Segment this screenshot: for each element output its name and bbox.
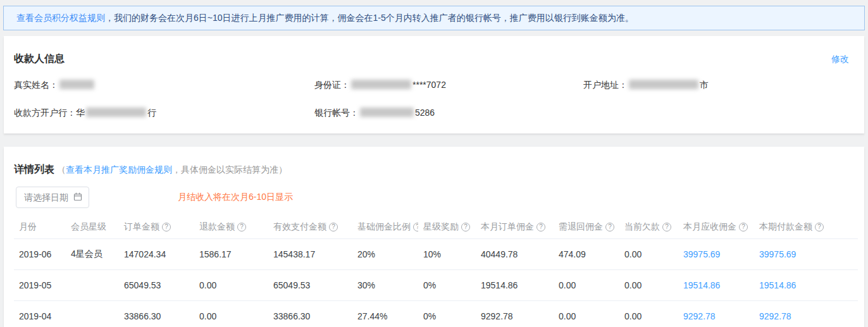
col-commission-to-return: 需退回佣金? bbox=[554, 216, 619, 238]
cell-star-reward: 10% bbox=[418, 238, 476, 269]
col-base-commission-rate: 基础佣金比例? bbox=[352, 216, 418, 238]
help-icon[interactable]: ? bbox=[413, 223, 418, 231]
field-payee-bank: 收款方开户行：华行 bbox=[14, 108, 314, 119]
note-rest: ，具体佣金以实际结算为准） bbox=[172, 164, 287, 175]
calendar-icon bbox=[73, 192, 82, 203]
col-current-debt: 当前欠款? bbox=[619, 216, 678, 238]
redacted-value bbox=[86, 108, 146, 117]
cell-star-reward: 0% bbox=[418, 269, 476, 300]
table-header-row: 月份 会员星级 订单金额? 退款金额? 有效支付金额? 基础佣金比例? 星级奖励… bbox=[14, 216, 858, 238]
cell-payment-amount[interactable]: 39975.69 bbox=[754, 238, 858, 269]
redacted-value bbox=[360, 108, 414, 117]
col-receivable-commission: 本月应收佣金? bbox=[678, 216, 754, 238]
payee-info-card: 收款人信息 修改 真实姓名： 身份证：****7072 开户地址：市 收款方开户… bbox=[4, 36, 864, 133]
cell-receivable-commission[interactable]: 39975.69 bbox=[678, 238, 754, 269]
cell-current-debt: 0.00 bbox=[619, 269, 678, 300]
cell-payment-amount[interactable]: 9292.78 bbox=[754, 300, 858, 327]
table-row: 2019-05 65049.53 0.00 65049.53 30% 0% 19… bbox=[14, 269, 858, 300]
field-value: 行 bbox=[147, 108, 156, 118]
cell-return-commission: 0.00 bbox=[554, 269, 619, 300]
cell-star-reward: 0% bbox=[418, 300, 476, 327]
cell-member-star bbox=[66, 269, 119, 300]
cell-base-rate: 20% bbox=[352, 238, 418, 269]
field-label: 开户地址： bbox=[583, 80, 628, 90]
note-paren: （ bbox=[57, 164, 66, 175]
help-icon[interactable]: ? bbox=[237, 223, 246, 231]
date-input[interactable] bbox=[24, 192, 72, 202]
col-month: 月份 bbox=[14, 216, 66, 238]
help-icon[interactable]: ? bbox=[605, 223, 614, 231]
cell-current-debt: 0.00 bbox=[619, 300, 678, 327]
cell-base-rate: 27.44% bbox=[352, 300, 418, 327]
help-icon[interactable]: ? bbox=[536, 223, 545, 231]
col-refund-amount: 退款金额? bbox=[194, 216, 268, 238]
help-icon[interactable]: ? bbox=[329, 223, 338, 231]
cell-order-amount: 65049.53 bbox=[119, 269, 194, 300]
details-card-title: 详情列表 bbox=[14, 163, 54, 176]
commission-table: 月份 会员星级 订单金额? 退款金额? 有效支付金额? 基础佣金比例? 星级奖励… bbox=[14, 216, 858, 327]
cell-valid-payment: 65049.53 bbox=[268, 269, 352, 300]
field-value: ****7072 bbox=[412, 80, 446, 90]
top-notice-banner: 查看会员积分权益规则，我们的财务会在次月6日~10日进行上月推广费用的计算，佣金… bbox=[3, 6, 865, 30]
cell-order-amount: 33866.30 bbox=[119, 300, 194, 327]
cell-month: 2019-04 bbox=[14, 300, 66, 327]
field-label: 收款方开户行： bbox=[14, 108, 76, 118]
cell-receivable-commission[interactable]: 19514.86 bbox=[678, 269, 754, 300]
cell-order-commission: 40449.78 bbox=[476, 238, 554, 269]
cell-current-debt: 0.00 bbox=[619, 238, 678, 269]
col-payment-amount: 本期付款金额? bbox=[754, 216, 858, 238]
cell-valid-payment: 33866.30 bbox=[268, 300, 352, 327]
table-row: 2019-06 4星会员 147024.34 1586.17 145438.17… bbox=[14, 238, 858, 269]
commission-rules-link[interactable]: 查看本月推广奖励佣金规则 bbox=[66, 164, 172, 175]
col-valid-payment: 有效支付金额? bbox=[268, 216, 352, 238]
cell-order-commission: 9292.78 bbox=[476, 300, 554, 327]
cell-member-star bbox=[66, 300, 119, 327]
redacted-value bbox=[59, 80, 94, 89]
col-star-reward: 星级奖励? bbox=[418, 216, 476, 238]
field-value: 市 bbox=[700, 80, 709, 90]
field-id-card: 身份证：****7072 bbox=[314, 80, 583, 91]
field-bank-address: 开户地址：市 bbox=[583, 80, 858, 91]
field-real-name: 真实姓名： bbox=[14, 80, 314, 91]
help-icon[interactable]: ? bbox=[815, 223, 824, 231]
details-list-card: 详情列表 （查看本月推广奖励佣金规则，具体佣金以实际结算为准） 月结收入将在次月… bbox=[4, 147, 864, 327]
help-icon[interactable]: ? bbox=[461, 223, 470, 231]
field-label: 银行帐号： bbox=[314, 108, 359, 118]
date-picker[interactable] bbox=[16, 187, 89, 208]
field-value: 5286 bbox=[415, 108, 435, 118]
cell-return-commission: 0.00 bbox=[554, 300, 619, 327]
edit-payee-button[interactable]: 修改 bbox=[831, 54, 849, 65]
cell-valid-payment: 145438.17 bbox=[268, 238, 352, 269]
col-order-amount: 订单金额? bbox=[119, 216, 194, 238]
field-value: 华 bbox=[76, 108, 85, 118]
cell-base-rate: 30% bbox=[352, 269, 418, 300]
member-points-rules-link[interactable]: 查看会员积分权益规则 bbox=[16, 13, 105, 24]
banner-text: ，我们的财务会在次月6日~10日进行上月推广费用的计算，佣金会在1-5个月内转入… bbox=[105, 13, 634, 24]
field-label: 真实姓名： bbox=[14, 80, 58, 90]
redacted-value bbox=[629, 80, 698, 89]
cell-month: 2019-05 bbox=[14, 269, 66, 300]
field-label: 身份证： bbox=[314, 80, 350, 90]
cell-refund-amount: 1586.17 bbox=[194, 238, 268, 269]
cell-payment-amount[interactable]: 19514.86 bbox=[754, 269, 858, 300]
help-icon[interactable]: ? bbox=[739, 223, 748, 231]
redacted-value bbox=[351, 80, 411, 89]
help-icon[interactable]: ? bbox=[662, 223, 671, 231]
help-icon[interactable]: ? bbox=[162, 223, 171, 231]
cell-return-commission: 474.09 bbox=[554, 238, 619, 269]
table-row: 2019-04 33866.30 0.00 33866.30 27.44% 0%… bbox=[14, 300, 858, 327]
cell-order-commission: 19514.86 bbox=[476, 269, 554, 300]
payee-card-title: 收款人信息 bbox=[14, 52, 65, 66]
field-bank-account: 银行帐号：5286 bbox=[314, 108, 583, 119]
details-note: （查看本月推广奖励佣金规则，具体佣金以实际结算为准） bbox=[57, 164, 287, 176]
col-member-star: 会员星级 bbox=[66, 216, 119, 238]
cell-order-amount: 147024.34 bbox=[119, 238, 194, 269]
cell-refund-amount: 0.00 bbox=[194, 300, 268, 327]
col-month-order-commission: 本月订单佣金? bbox=[476, 216, 554, 238]
cell-month: 2019-06 bbox=[14, 238, 66, 269]
cell-member-star: 4星会员 bbox=[66, 238, 119, 269]
cell-refund-amount: 0.00 bbox=[194, 269, 268, 300]
settlement-notice: 月结收入将在次月6-10日显示 bbox=[178, 192, 293, 203]
cell-receivable-commission[interactable]: 9292.78 bbox=[678, 300, 754, 327]
